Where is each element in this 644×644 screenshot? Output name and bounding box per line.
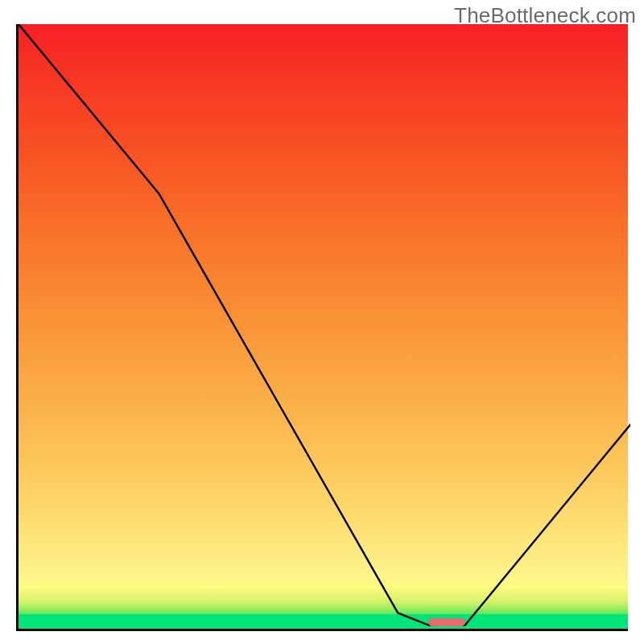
optimal-marker — [428, 618, 465, 626]
watermark-text: TheBottleneck.com — [454, 3, 636, 28]
plot-area — [16, 24, 628, 631]
bottleneck-curve — [19, 24, 630, 631]
chart-container: TheBottleneck.com — [0, 0, 644, 644]
